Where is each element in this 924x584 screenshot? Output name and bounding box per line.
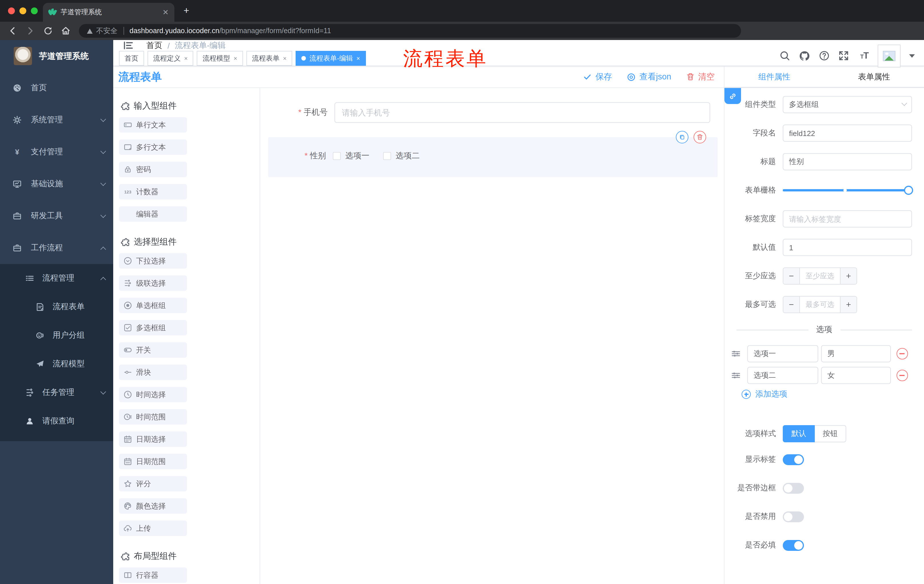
app-logo[interactable]: 芋道管理系统 bbox=[0, 40, 113, 72]
required-switch[interactable] bbox=[783, 540, 804, 551]
form-grid-slider[interactable] bbox=[783, 182, 912, 199]
tag-process-form[interactable]: 流程表单× bbox=[246, 51, 292, 66]
chip-single-line-text[interactable]: 单行文本 bbox=[119, 117, 187, 133]
sidebar-item-workflow[interactable]: 工作流程 bbox=[0, 232, 113, 264]
tag-process-definition[interactable]: 流程定义× bbox=[147, 51, 193, 66]
style-button-button[interactable]: 按钮 bbox=[815, 425, 846, 442]
window-controls[interactable] bbox=[8, 7, 38, 14]
add-option-button[interactable]: 添加选项 bbox=[742, 388, 924, 400]
remove-option-button[interactable] bbox=[896, 348, 908, 359]
chip-upload[interactable]: 上传 bbox=[119, 521, 187, 536]
chip-switch[interactable]: 开关 bbox=[119, 342, 187, 358]
field-name-input[interactable] bbox=[783, 125, 912, 142]
new-tab-button[interactable]: + bbox=[182, 6, 191, 15]
gender-option1-label[interactable]: 选项一 bbox=[345, 151, 370, 161]
slider-handle[interactable] bbox=[904, 186, 913, 195]
close-tag-icon[interactable]: × bbox=[184, 55, 188, 62]
chip-slider[interactable]: 滑块 bbox=[119, 365, 187, 380]
phone-input[interactable] bbox=[335, 102, 710, 123]
minimize-window-button[interactable] bbox=[20, 7, 26, 14]
phone-field-row[interactable]: 手机号 bbox=[260, 102, 724, 123]
tag-process-form-edit[interactable]: 流程表单-编辑× bbox=[296, 51, 366, 66]
close-tag-icon[interactable]: × bbox=[283, 55, 287, 62]
delete-component-button[interactable] bbox=[693, 131, 706, 143]
chip-password[interactable]: 密码 bbox=[119, 162, 187, 177]
with-border-switch[interactable] bbox=[783, 482, 804, 494]
address-bar[interactable]: 不安全 dashboard.yudao.iocoder.cn /bpm/mana… bbox=[79, 24, 741, 38]
default-value-input[interactable] bbox=[783, 239, 912, 256]
chip-date-picker[interactable]: 日期选择 bbox=[119, 431, 187, 447]
chip-counter[interactable]: 计数器 bbox=[119, 184, 187, 199]
tab-component-props[interactable]: 组件属性 bbox=[724, 66, 824, 88]
title-input[interactable] bbox=[783, 153, 912, 170]
sidebar-item-leave-query[interactable]: 请假查询 bbox=[0, 407, 113, 436]
browser-tab[interactable]: 芋道管理系统 ✕ bbox=[43, 3, 174, 22]
remove-option-button[interactable] bbox=[896, 370, 908, 381]
drag-handle-icon[interactable] bbox=[724, 370, 747, 380]
style-default-button[interactable]: 默认 bbox=[783, 425, 815, 442]
close-window-button[interactable] bbox=[8, 7, 15, 14]
github-icon[interactable] bbox=[799, 50, 810, 61]
collapse-sidebar-icon[interactable] bbox=[123, 40, 134, 51]
not-secure-label[interactable]: 不安全 bbox=[96, 26, 117, 36]
close-tab-icon[interactable]: ✕ bbox=[162, 8, 169, 16]
chip-rate[interactable]: 评分 bbox=[119, 476, 187, 492]
tab-form-props[interactable]: 表单属性 bbox=[824, 66, 924, 88]
zoom-window-button[interactable] bbox=[31, 7, 38, 14]
selected-component-gender[interactable]: 性别 选项一 选项二 bbox=[268, 137, 718, 177]
disabled-switch[interactable] bbox=[783, 511, 804, 522]
increase-button[interactable]: + bbox=[840, 268, 856, 284]
component-type-select[interactable] bbox=[783, 96, 912, 113]
show-label-switch[interactable] bbox=[783, 454, 804, 465]
avatar-caret-icon[interactable] bbox=[909, 54, 915, 58]
help-icon[interactable] bbox=[819, 50, 830, 61]
breadcrumb-home[interactable]: 首页 bbox=[146, 40, 162, 51]
sidebar-item-process-model[interactable]: 流程模型 bbox=[0, 350, 113, 378]
fullscreen-icon[interactable] bbox=[838, 50, 849, 61]
label-width-input[interactable] bbox=[783, 210, 912, 227]
sidebar-item-home[interactable]: 首页 bbox=[0, 72, 113, 104]
sidebar-item-user-group[interactable]: 用户分组 bbox=[0, 321, 113, 350]
increase-button[interactable]: + bbox=[840, 296, 856, 313]
drag-handle-icon[interactable] bbox=[724, 349, 747, 359]
option-value-input[interactable] bbox=[821, 345, 891, 362]
search-icon[interactable] bbox=[779, 50, 790, 61]
chip-row-container[interactable]: 行容器 bbox=[119, 568, 187, 583]
sidebar-item-system[interactable]: 系统管理 bbox=[0, 104, 113, 136]
save-button[interactable]: 保存 bbox=[584, 71, 612, 82]
chip-editor[interactable]: 编辑器 bbox=[119, 206, 187, 222]
sidebar-item-devtools[interactable]: 研发工具 bbox=[0, 200, 113, 232]
gender-option2-label[interactable]: 选项二 bbox=[396, 151, 420, 161]
chip-cascader[interactable]: 级联选择 bbox=[119, 275, 187, 291]
decrease-button[interactable]: − bbox=[783, 268, 799, 284]
sidebar-item-process-form[interactable]: 流程表单 bbox=[0, 293, 113, 321]
home-icon[interactable] bbox=[61, 26, 71, 36]
chip-time-picker[interactable]: 时间选择 bbox=[119, 387, 187, 402]
user-avatar[interactable] bbox=[878, 44, 901, 67]
copy-component-button[interactable] bbox=[676, 131, 688, 143]
tag-process-model[interactable]: 流程模型× bbox=[197, 51, 243, 66]
chip-checkbox-group[interactable]: 多选框组 bbox=[119, 320, 187, 336]
option-value-input[interactable] bbox=[821, 367, 891, 384]
clear-button[interactable]: 清空 bbox=[686, 71, 715, 82]
sidebar-item-task-mgmt[interactable]: 任务管理 bbox=[0, 378, 113, 407]
close-tag-icon[interactable]: × bbox=[234, 55, 237, 62]
option-label-input[interactable] bbox=[747, 345, 818, 362]
sidebar-item-infra[interactable]: 基础设施 bbox=[0, 168, 113, 200]
reload-icon[interactable] bbox=[43, 26, 53, 36]
chip-time-range[interactable]: 时间范围 bbox=[119, 409, 187, 424]
sidebar-item-payment[interactable]: 支付管理 bbox=[0, 136, 113, 168]
gender-option1-checkbox[interactable] bbox=[333, 152, 341, 160]
gender-option2-checkbox[interactable] bbox=[383, 152, 391, 160]
chip-color-picker[interactable]: 颜色选择 bbox=[119, 498, 187, 514]
decrease-button[interactable]: − bbox=[783, 296, 799, 313]
tag-home[interactable]: 首页 bbox=[119, 51, 144, 66]
chip-multi-line-text[interactable]: 多行文本 bbox=[119, 140, 187, 155]
chip-select[interactable]: 下拉选择 bbox=[119, 253, 187, 268]
link-tag-icon[interactable] bbox=[724, 88, 741, 104]
chip-date-range[interactable]: 日期范围 bbox=[119, 454, 187, 469]
forward-icon[interactable] bbox=[25, 26, 35, 36]
chip-radio-group[interactable]: 单选框组 bbox=[119, 298, 187, 313]
back-icon[interactable] bbox=[7, 26, 18, 36]
view-json-button[interactable]: 查看json bbox=[627, 71, 671, 82]
